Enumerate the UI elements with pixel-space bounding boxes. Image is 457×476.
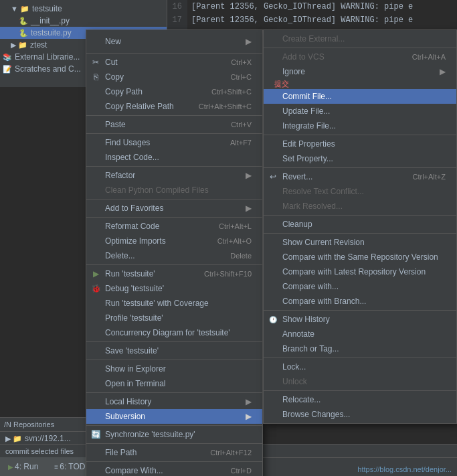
tree-item-testsuite[interactable]: ▼ 📁 testsuite [0, 3, 167, 15]
tab-run-label: 4: Run [15, 462, 38, 471]
menu-item-copy[interactable]: ⎘ Copy Ctrl+C [86, 70, 262, 84]
submenu-commit-file[interactable]: Commit File... [264, 89, 456, 104]
menu-item-reformat[interactable]: Reformat Code Ctrl+Alt+L [86, 219, 262, 234]
menu-item-concurrency[interactable]: Concurrency Diagram for 'testsuite' [86, 325, 262, 340]
editor-line-17: 17 [Parent 12356, Gecko_IOThread] WARNIN… [167, 13, 457, 27]
menu-item-compare-with[interactable]: Compare With... Ctrl+D [86, 463, 262, 476]
menu-item-file-path[interactable]: File Path Ctrl+Alt+F12 [86, 445, 262, 460]
set-property-label: Set Property... [282, 154, 333, 163]
submenu-set-property[interactable]: Set Property... [264, 151, 456, 166]
sync-icon: 🔄 [89, 430, 102, 439]
open-terminal-label: Open in Terminal [105, 379, 166, 388]
commit-file-label: Commit File... [282, 92, 332, 101]
show-current-revision-label: Show Current Revision [282, 238, 365, 247]
menu-separator [86, 392, 262, 393]
menu-separator [264, 310, 456, 311]
compare-latest-repo-label: Compare with Latest Repository Version [282, 267, 426, 276]
menu-item-refactor[interactable]: Refactor ▶ [86, 168, 262, 183]
submenu-relocate[interactable]: Relocate... [264, 392, 456, 407]
chinese-commit-hint: 提交 [264, 79, 456, 89]
url-bar: https://blog.csdn.net/denjor... [352, 463, 457, 476]
menu-item-delete[interactable]: Delete... Delete [86, 248, 262, 263]
submenu-compare-same-repo[interactable]: Compare with the Same Repository Version [264, 250, 456, 264]
local-history-label: Local History [105, 397, 151, 406]
menu-separator [264, 233, 456, 234]
menu-item-cut[interactable]: ✂ Cut Ctrl+X [86, 55, 262, 70]
menu-separator [264, 135, 456, 135]
menu-item-debug[interactable]: 🐞 Debug 'testsuite' [86, 281, 262, 296]
optimize-imports-shortcut: Ctrl+Alt+O [204, 237, 252, 245]
reformat-label: Reformat Code [105, 222, 159, 231]
menu-item-new[interactable]: New ▶ [86, 31, 262, 52]
file-path-shortcut: Ctrl+Alt+F12 [197, 449, 252, 457]
svn-title-label: /N Repositories [4, 420, 54, 428]
menu-item-copy-rel-path[interactable]: Copy Relative Path Ctrl+Alt+Shift+C [86, 99, 262, 114]
inspect-code-label: Inspect Code... [105, 153, 159, 162]
menu-item-inspect-code[interactable]: Inspect Code... [86, 150, 262, 165]
tree-item-init[interactable]: 🐍 __init__.py [0, 15, 167, 27]
submenu-revert[interactable]: ↩ Revert... Ctrl+Alt+Z [264, 169, 456, 184]
update-file-label: Update File... [282, 106, 330, 116]
submenu-mark-resolved: Mark Resolved... [264, 199, 456, 214]
submenu-compare-branch[interactable]: Compare with Branch... [264, 294, 456, 309]
submenu-branch-tag[interactable]: Branch or Tag... [264, 341, 456, 356]
copy-rel-shortcut: Ctrl+Alt+Shift+C [185, 102, 252, 110]
optimize-imports-label: Optimize Imports [105, 236, 166, 246]
revert-shortcut: Ctrl+Alt+Z [399, 173, 446, 181]
menu-item-add-favorites[interactable]: Add to Favorites ▶ [86, 201, 262, 216]
submenu-annotate[interactable]: Annotate [264, 327, 456, 341]
debug-label: Debug 'testsuite' [105, 284, 164, 293]
cut-icon: ✂ [89, 58, 102, 67]
menu-separator [86, 341, 262, 342]
menu-item-paste[interactable]: Paste Ctrl+V [86, 117, 262, 132]
chinese-label: 提交 [274, 79, 289, 89]
menu-item-subversion[interactable]: Subversion ▶ [86, 409, 262, 424]
menu-item-synchronize[interactable]: 🔄 Synchronize 'testsuite.py' [86, 427, 262, 442]
copy-rel-path-label: Copy Relative Path [105, 102, 174, 111]
menu-item-run-coverage[interactable]: Run 'testsuite' with Coverage [86, 296, 262, 311]
clean-compiled-label: Clean Python Compiled Files [105, 185, 209, 195]
submenu-update-file[interactable]: Update File... [264, 104, 456, 118]
tree-label: __init__.py [31, 16, 70, 25]
menu-item-copy-path[interactable]: Copy Path Ctrl+Shift+C [86, 84, 262, 99]
copy-path-shortcut: Ctrl+Shift+C [198, 88, 252, 96]
submenu-cleanup[interactable]: Cleanup [264, 217, 456, 232]
submenu-show-current-revision[interactable]: Show Current Revision [264, 235, 456, 250]
folder-icon: ▼ 📁 [11, 5, 29, 13]
history-icon: 🕐 [266, 316, 280, 323]
paste-label: Paste [105, 120, 126, 129]
menu-separator [86, 133, 262, 134]
menu-item-find-usages[interactable]: Find Usages Alt+F7 [86, 135, 262, 150]
cleanup-label: Cleanup [282, 220, 312, 229]
submenu-compare-latest-repo[interactable]: Compare with Latest Repository Version [264, 264, 456, 279]
submenu-ignore[interactable]: Ignore ▶ [264, 64, 456, 79]
submenu-show-history[interactable]: 🕐 Show History [264, 312, 456, 327]
submenu-lock[interactable]: Lock... [264, 360, 456, 374]
find-usages-label: Find Usages [105, 138, 150, 147]
submenu-arrow-icon: ▶ [246, 171, 252, 180]
menu-item-run[interactable]: ▶ Run 'testsuite' Ctrl+Shift+F10 [86, 266, 262, 281]
menu-item-local-history[interactable]: Local History ▶ [86, 394, 262, 409]
run-icon: ▶ [89, 269, 102, 279]
mark-resolved-label: Mark Resolved... [282, 202, 343, 211]
compare-shortcut: Ctrl+D [217, 467, 252, 475]
browse-changes-label: Browse Changes... [282, 410, 350, 419]
menu-item-optimize-imports[interactable]: Optimize Imports Ctrl+Alt+O [86, 234, 262, 248]
annotate-label: Annotate [282, 329, 314, 339]
menu-item-show-explorer[interactable]: Show in Explorer [86, 362, 262, 376]
menu-item-profile[interactable]: Profile 'testsuite' [86, 311, 262, 325]
submenu-integrate-file[interactable]: Integrate File... [264, 118, 456, 133]
submenu-browse-changes[interactable]: Browse Changes... [264, 407, 456, 422]
new-label: New [105, 34, 121, 49]
copy-shortcut: Ctrl+C [217, 73, 252, 81]
submenu-edit-properties[interactable]: Edit Properties [264, 137, 456, 151]
scratches-icon: 📝 [3, 65, 12, 74]
menu-item-save[interactable]: Save 'testsuite' [86, 343, 262, 358]
tab-run[interactable]: ▶ 4: Run [0, 457, 46, 476]
add-to-vcs-shortcut: Ctrl+Alt+A [399, 53, 446, 61]
submenu-compare-with[interactable]: Compare with... [264, 279, 456, 294]
menu-separator [86, 425, 262, 426]
submenu-unlock: Unlock [264, 374, 456, 389]
menu-item-open-terminal[interactable]: Open in Terminal [86, 376, 262, 391]
copy-path-label: Copy Path [105, 87, 143, 96]
